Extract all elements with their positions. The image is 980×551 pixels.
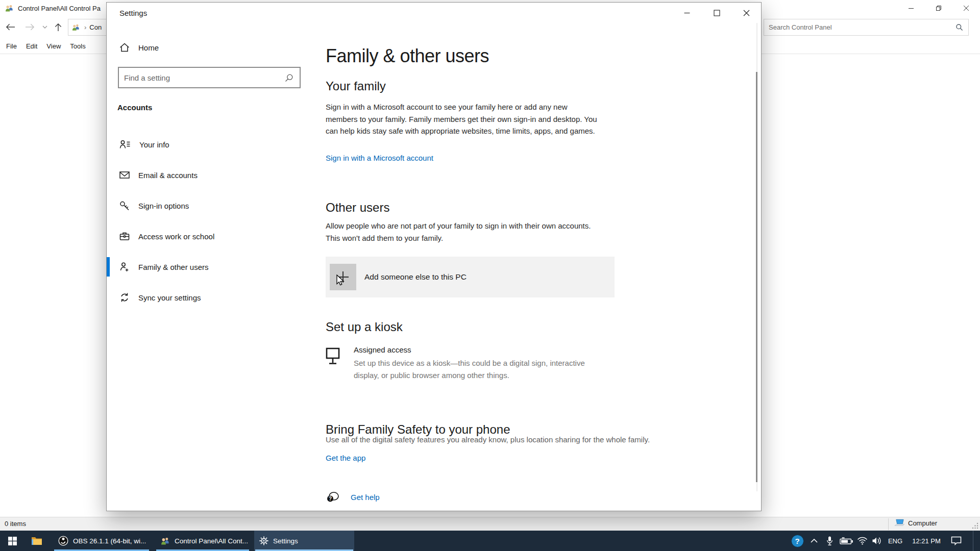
sidebar-item-sign-in-options[interactable]: Sign-in options	[107, 194, 317, 217]
taskbar: OBS 26.1.1 (64-bit, wi... Control Panel\…	[0, 531, 980, 551]
sidebar-item-label: Sync your settings	[138, 293, 201, 302]
sidebar-item-your-info[interactable]: Your info	[107, 133, 317, 156]
control-panel-statusbar: 0 items Computer	[0, 517, 980, 531]
settings-search[interactable]	[118, 67, 301, 88]
recent-pages-chevron-icon[interactable]	[41, 17, 49, 37]
wifi-icon[interactable]	[856, 531, 868, 551]
action-center-icon[interactable]	[948, 531, 964, 551]
assigned-access-item[interactable]: Assigned access Set up this device as a …	[326, 345, 594, 381]
search-icon[interactable]	[285, 73, 293, 82]
selected-accent-bar	[107, 257, 110, 277]
kiosk-sign-icon	[326, 347, 340, 381]
cp-restore-button[interactable]	[925, 0, 952, 16]
microphone-icon[interactable]	[824, 531, 835, 551]
briefcase-icon	[119, 232, 130, 241]
sidebar-item-home[interactable]: Home	[107, 36, 317, 59]
kiosk-heading: Set up a kiosk	[326, 320, 403, 334]
assigned-access-title: Assigned access	[354, 345, 594, 354]
person-card-icon	[119, 140, 131, 149]
get-help-link[interactable]: Get help	[351, 493, 380, 502]
menu-view[interactable]: View	[46, 42, 61, 50]
items-count: 0 items	[5, 520, 26, 528]
sync-icon	[119, 292, 130, 303]
help-tray-icon[interactable]: ?	[791, 531, 804, 551]
scrollbar-thumb[interactable]	[756, 72, 757, 482]
gear-icon	[259, 536, 268, 545]
settings-maximize-button[interactable]	[702, 3, 731, 23]
person-add-icon	[119, 262, 130, 272]
settings-search-input[interactable]	[119, 73, 285, 83]
other-users-description: Allow people who are not part of your fa…	[326, 220, 601, 244]
show-desktop-button[interactable]	[973, 531, 973, 551]
settings-close-button[interactable]	[731, 3, 761, 23]
cp-minimize-button[interactable]	[897, 0, 925, 16]
settings-minimize-button[interactable]	[672, 3, 702, 23]
your-family-heading: Your family	[326, 79, 386, 93]
menu-tools[interactable]: Tools	[70, 42, 85, 50]
taskbar-clock[interactable]: 12:21 PM	[908, 531, 945, 551]
sign-in-microsoft-link[interactable]: Sign in with a Microsoft account	[326, 154, 433, 162]
home-icon	[119, 42, 130, 53]
sidebar-item-sync-settings[interactable]: Sync your settings	[107, 286, 317, 309]
sidebar-item-label: Access work or school	[138, 232, 214, 241]
cp-close-button[interactable]	[952, 0, 980, 16]
family-safety-heading: Bring Family Safety to your phone	[326, 422, 510, 437]
computer-icon	[894, 519, 905, 527]
statusbar-location: Computer	[894, 519, 937, 527]
settings-window-title: Settings	[119, 9, 147, 17]
control-panel-search[interactable]	[764, 19, 969, 36]
help-bubble-icon: ?	[326, 491, 339, 503]
menu-edit[interactable]: Edit	[26, 42, 37, 50]
page-title: Family & other users	[326, 45, 489, 67]
breadcrumb-chevron-icon[interactable]: ›	[84, 23, 86, 31]
taskbar-button-obs[interactable]: OBS 26.1.1 (64-bit, wi...	[53, 531, 150, 551]
your-family-description: Sign in with a Microsoft account to see …	[326, 101, 601, 137]
start-button[interactable]	[0, 531, 24, 551]
sidebar-item-access-work-school[interactable]: Access work or school	[107, 225, 317, 247]
get-the-app-link[interactable]: Get the app	[326, 454, 365, 462]
sidebar-item-label: Home	[138, 43, 159, 52]
file-explorer-button[interactable]	[24, 531, 49, 551]
sidebar-item-label: Your info	[139, 140, 169, 149]
users-icon	[5, 4, 14, 12]
key-icon	[119, 201, 130, 211]
add-someone-label: Add someone else to this PC	[364, 272, 467, 282]
sidebar-item-family-other-users[interactable]: Family & other users	[107, 256, 317, 278]
users-icon	[71, 23, 80, 31]
taskbar-button-label: OBS 26.1.1 (64-bit, wi...	[73, 537, 146, 545]
sidebar-item-email-accounts[interactable]: Email & accounts	[107, 164, 317, 186]
taskbar-button-label: Control Panel\All Cont...	[175, 537, 248, 545]
windows-logo-icon	[8, 537, 17, 545]
forward-arrow-icon[interactable]	[23, 17, 36, 37]
volume-icon[interactable]	[871, 531, 883, 551]
statusbar-divider	[888, 518, 889, 530]
breadcrumb[interactable]: Con	[89, 23, 102, 31]
control-panel-search-input[interactable]	[764, 23, 955, 32]
plus-icon	[330, 264, 356, 290]
language-indicator[interactable]: ENG	[885, 531, 905, 551]
assigned-access-description: Set up this device as a kiosk—this could…	[354, 357, 594, 381]
obs-icon	[58, 536, 68, 546]
resize-grip[interactable]	[972, 522, 978, 529]
get-help-row[interactable]: ? Get help	[326, 491, 380, 503]
tray-expand-chevron-icon[interactable]	[808, 531, 820, 551]
add-someone-button[interactable]: Add someone else to this PC	[326, 257, 615, 297]
taskbar-button-label: Settings	[273, 537, 298, 545]
family-safety-description: Use all of the digital safety features y…	[326, 435, 650, 444]
battery-icon[interactable]	[839, 531, 853, 551]
taskbar-button-control-panel[interactable]: Control Panel\All Cont...	[155, 531, 250, 551]
taskbar-button-settings[interactable]: Settings	[254, 531, 354, 551]
sidebar-item-label: Email & accounts	[138, 171, 198, 180]
settings-window: Settings Home	[106, 2, 762, 511]
sidebar-item-label: Family & other users	[138, 263, 209, 271]
control-panel-icon	[160, 537, 170, 545]
back-arrow-icon[interactable]	[4, 17, 16, 37]
envelope-icon	[119, 171, 130, 179]
search-icon[interactable]	[955, 23, 963, 31]
up-arrow-icon[interactable]	[52, 17, 64, 37]
menu-file[interactable]: File	[6, 42, 17, 50]
other-users-heading: Other users	[326, 201, 389, 215]
svg-text:?: ?	[329, 496, 332, 502]
statusbar-location-label: Computer	[908, 519, 937, 527]
folder-icon	[31, 536, 42, 545]
